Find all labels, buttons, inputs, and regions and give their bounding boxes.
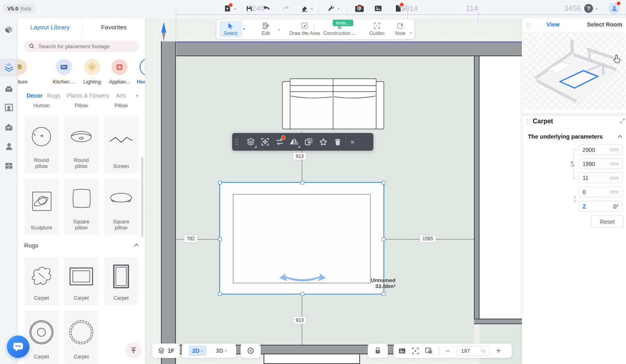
account-avatar[interactable] xyxy=(608,2,620,14)
floor-selector[interactable]: 1F xyxy=(152,344,180,358)
stepper-icon[interactable] xyxy=(573,196,577,203)
delete-trash-icon[interactable] xyxy=(330,135,345,149)
selection-handle[interactable] xyxy=(382,292,385,296)
category-home-decor-label[interactable]: Home D... xyxy=(132,79,145,85)
render-camera-button[interactable] xyxy=(354,4,364,13)
category-kitchen-label[interactable]: Kitchen ... xyxy=(47,79,81,85)
duplicate-icon[interactable] xyxy=(301,135,316,149)
note-button[interactable]: Note xyxy=(390,21,410,37)
length-input[interactable]: 2900 mm xyxy=(579,144,623,155)
rotate-handle-icon[interactable] xyxy=(278,272,327,286)
favorite-star-icon[interactable] xyxy=(316,135,330,149)
search-box[interactable] xyxy=(24,41,139,52)
sofa-object[interactable] xyxy=(282,78,384,131)
room-3d-preview[interactable] xyxy=(523,32,626,110)
panel-scrollbar[interactable] xyxy=(141,157,143,237)
image-gallery-button[interactable] xyxy=(373,4,383,13)
wrench-button[interactable] xyxy=(326,4,336,13)
selection-handle[interactable] xyxy=(218,292,222,296)
length-value[interactable]: 2900 xyxy=(583,147,595,153)
library-item[interactable]: Square pillow xyxy=(104,178,138,235)
replace-icon[interactable] xyxy=(272,135,287,149)
angle-axis[interactable]: Z xyxy=(583,203,586,210)
chat-support-button[interactable] xyxy=(7,335,29,358)
zoom-to-area-button[interactable] xyxy=(425,347,433,355)
view-panel-drag-handle[interactable] xyxy=(527,22,530,29)
undo-button[interactable] xyxy=(262,4,272,13)
fit-view-button[interactable] xyxy=(412,347,419,355)
category-lighting-label[interactable]: Lighting xyxy=(77,79,107,85)
wall-top[interactable] xyxy=(161,41,522,56)
subtab-plants[interactable]: Plants & Flowers xyxy=(67,92,109,99)
subtab-arts[interactable]: Arts xyxy=(116,92,126,99)
tab-view[interactable]: View xyxy=(546,21,560,28)
distance-value[interactable]: 0 xyxy=(583,189,586,195)
rail-people-item[interactable] xyxy=(2,140,15,153)
select-tool-button[interactable]: Select xyxy=(219,21,242,37)
publish-caret[interactable]: ▾ xyxy=(234,7,236,11)
select-dropdown-caret[interactable]: ▾ xyxy=(243,27,245,31)
selection-handle[interactable] xyxy=(301,181,304,184)
zoom-out-button[interactable]: − xyxy=(445,346,451,356)
selection-handle[interactable] xyxy=(218,181,222,184)
reset-button[interactable]: Reset xyxy=(591,215,624,228)
room-right-floor[interactable] xyxy=(480,56,522,319)
distance-input[interactable]: 0 mm xyxy=(579,186,623,197)
expand-panel-icon[interactable] xyxy=(620,119,625,123)
eraser-caret[interactable]: ▾ xyxy=(311,7,313,11)
more-actions-icon[interactable]: » xyxy=(347,135,358,149)
library-item[interactable]: Carpet xyxy=(64,257,99,305)
subtab-rugs[interactable]: Rugs xyxy=(47,92,60,99)
rail-furnish-item[interactable] xyxy=(2,61,15,74)
height-input[interactable]: 11 mm xyxy=(579,172,623,183)
snapshot-image-button[interactable] xyxy=(398,347,406,355)
search-input[interactable] xyxy=(38,43,128,50)
properties-drag-handle[interactable] xyxy=(527,119,530,125)
tab-select-room[interactable]: Select Room xyxy=(587,21,622,28)
angle-input[interactable]: Z 0° xyxy=(579,201,623,212)
height-value[interactable]: 11 xyxy=(583,175,589,181)
selection-handle[interactable] xyxy=(382,181,385,184)
category-appliances[interactable] xyxy=(111,59,128,75)
zoom-in-button[interactable]: + xyxy=(495,346,502,356)
partial-item-label[interactable]: Pillow xyxy=(64,103,99,108)
section-collapse-icon[interactable] xyxy=(617,135,623,139)
library-item[interactable]: Round pillow xyxy=(64,117,99,174)
section-title[interactable]: The underlying parameters xyxy=(528,133,603,140)
rail-storage-item[interactable] xyxy=(2,160,15,172)
floorplan-canvas[interactable]: 913 782 1565 913 Unnamed 3 xyxy=(145,18,522,364)
selection-handle[interactable] xyxy=(301,292,304,296)
visibility-button[interactable] xyxy=(241,344,261,358)
rail-build-item[interactable] xyxy=(2,23,15,36)
note-dropdown-caret[interactable]: ▾ xyxy=(410,31,412,35)
draw-area-dropdown-caret[interactable]: ▾ xyxy=(304,31,306,35)
rail-decorate-item[interactable] xyxy=(2,121,15,133)
wall-bottom-right[interactable] xyxy=(474,319,522,324)
partial-item-label[interactable]: Pillow xyxy=(104,103,138,108)
category-appliances-label[interactable]: Applian... xyxy=(104,79,135,85)
library-item[interactable]: Round pillow xyxy=(24,117,59,174)
width-input[interactable]: 1990 mm xyxy=(579,158,623,169)
angle-value[interactable]: 0° xyxy=(614,203,619,210)
library-item[interactable]: Carpet xyxy=(64,311,99,364)
edit-tool-button[interactable]: Edit xyxy=(255,21,277,37)
category-home-decor[interactable] xyxy=(140,58,145,76)
edit-dropdown-caret[interactable]: ▾ xyxy=(278,28,280,32)
layers-icon[interactable] xyxy=(243,135,258,149)
eraser-button[interactable] xyxy=(300,4,309,13)
library-item[interactable]: Carpet xyxy=(24,311,59,364)
library-item[interactable]: Carpet xyxy=(24,257,59,305)
flip-icon[interactable] xyxy=(287,135,301,149)
zoom-value[interactable]: 197 xyxy=(461,348,470,354)
library-item[interactable]: Carpet xyxy=(104,257,138,305)
help-caret[interactable]: ▾ xyxy=(596,7,598,11)
wrench-caret[interactable]: ▾ xyxy=(338,7,340,11)
redo-button[interactable] xyxy=(280,4,291,13)
subtabs-expand-caret[interactable]: ▾ xyxy=(136,94,138,98)
zoom-level-box[interactable]: 197 % xyxy=(457,346,490,356)
category-furniture[interactable] xyxy=(18,59,27,75)
wall-divider[interactable] xyxy=(474,56,480,319)
subtab-decor[interactable]: Decor xyxy=(27,92,43,99)
publish-button[interactable] xyxy=(222,4,232,13)
library-tab-layout[interactable]: Layout Library xyxy=(18,18,82,36)
